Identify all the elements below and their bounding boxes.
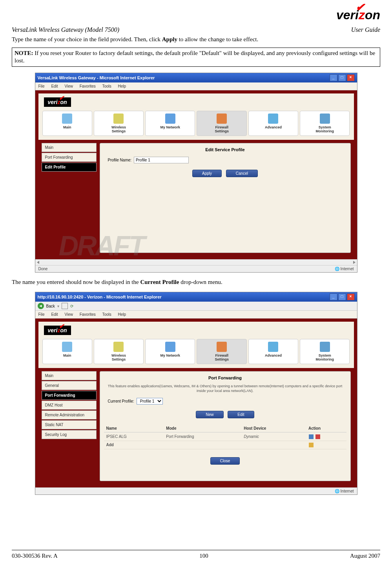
add-icon[interactable]: [309, 443, 314, 447]
browser-menubar: File Edit View Favorites Tools Help: [35, 82, 357, 90]
profile-name-label: Profile Name:: [108, 158, 132, 162]
current-profile-select[interactable]: Profile 1: [137, 398, 163, 405]
menu-view[interactable]: View: [64, 84, 73, 88]
side-securitylog[interactable]: Security Log: [42, 430, 97, 439]
menu-file[interactable]: File: [38, 312, 45, 317]
nav-advanced[interactable]: Advanced: [248, 339, 298, 364]
nav-main[interactable]: Main: [42, 339, 92, 364]
side-menu: Main General Port Forwarding DMZ Host Re…: [42, 371, 97, 481]
side-portfwd[interactable]: Port Forwarding: [42, 153, 97, 162]
close-icon[interactable]: ×: [347, 74, 355, 81]
status-internet: 🌐 Internet: [335, 267, 354, 271]
browser-menubar: File Edit View Favorites Tools Help: [35, 311, 357, 319]
nav-network[interactable]: My Network: [145, 339, 195, 364]
nav-system[interactable]: System Monitoring: [300, 339, 350, 364]
nav-network[interactable]: My Network: [145, 111, 195, 136]
brand-row: ✔verizon: [38, 93, 354, 111]
nav-wireless[interactable]: Wireless Settings: [94, 339, 144, 364]
window-titlebar: http://10.16.90.10:2420 - Verizon - Micr…: [35, 292, 357, 302]
back-label[interactable]: Back: [46, 304, 55, 308]
paragraph-1: Type the name of your choice in the fiel…: [12, 36, 380, 44]
forwarding-table: Name Mode Host Device Action IPSEC ALG P…: [104, 425, 346, 449]
side-editprofile[interactable]: Edit Profile: [42, 163, 97, 172]
doc-header: VersaLink Wireless Gateway (Model 7500) …: [12, 26, 380, 33]
current-profile-label: Current Profile:: [108, 399, 134, 403]
menu-edit[interactable]: Edit: [51, 84, 58, 88]
close-button[interactable]: Close: [210, 457, 240, 465]
menu-view[interactable]: View: [64, 312, 73, 317]
profile-name-input[interactable]: [134, 157, 189, 163]
main-nav: Main Wireless Settings My Network Firewa…: [38, 339, 354, 368]
nav-firewall[interactable]: Firewall Settings: [197, 339, 246, 364]
doc-guide: User Guide: [351, 26, 380, 33]
edit-icon[interactable]: [309, 434, 314, 439]
brand-row: ✔verizon: [38, 322, 354, 339]
cancel-button[interactable]: Cancel: [226, 170, 258, 177]
close-icon[interactable]: ×: [347, 293, 355, 300]
footer-page: 100: [199, 553, 208, 559]
edit-button[interactable]: Edit: [228, 411, 254, 418]
menu-help[interactable]: Help: [118, 312, 126, 317]
minimize-icon[interactable]: _: [330, 293, 337, 300]
screenshot-edit-profile: VersaLink Wireless Gateway - Microsoft I…: [35, 73, 357, 273]
cell-name: IPSEC ALG: [104, 432, 164, 441]
maximize-icon[interactable]: □: [338, 74, 346, 81]
menu-favorites[interactable]: Favorites: [80, 312, 96, 317]
doc-title: VersaLink Wireless Gateway (Model 7500): [12, 26, 119, 33]
side-remoteadmin[interactable]: Remote Administration: [42, 410, 97, 419]
horizontal-scrollbar[interactable]: [35, 259, 357, 265]
cell-mode: Port Forwarding: [164, 432, 241, 441]
footer-date: August 2007: [350, 553, 380, 559]
menu-help[interactable]: Help: [118, 84, 126, 88]
col-host: Host Device: [241, 425, 306, 432]
side-main[interactable]: Main: [42, 143, 97, 152]
panel-title: Edit Service Profile: [104, 147, 346, 152]
window-title: VersaLink Wireless Gateway - Microsoft I…: [38, 75, 155, 80]
menu-file[interactable]: File: [38, 84, 45, 88]
paragraph-2: The name you entered should now be displ…: [12, 278, 380, 286]
menu-edit[interactable]: Edit: [51, 312, 58, 317]
apply-button[interactable]: Apply: [192, 170, 222, 177]
col-action: Action: [306, 425, 346, 432]
panel-title: Port Forwarding: [104, 375, 346, 380]
refresh-icon[interactable]: ⟳: [70, 304, 73, 308]
stop-icon[interactable]: [62, 303, 68, 309]
back-icon[interactable]: ◄: [38, 303, 44, 309]
main-nav: Main Wireless Settings My Network Firewa…: [38, 111, 354, 140]
status-done: Done: [38, 267, 48, 271]
side-main[interactable]: Main: [42, 371, 97, 380]
doc-footer: 030-300536 Rev. A 100 August 2007: [12, 550, 380, 559]
table-row: IPSEC ALG Port Forwarding Dynamic: [104, 432, 346, 441]
status-bar: Done 🌐 Internet: [35, 265, 357, 272]
side-general[interactable]: General: [42, 381, 97, 390]
new-button[interactable]: New: [196, 411, 223, 418]
nav-firewall[interactable]: Firewall Settings: [197, 111, 246, 136]
nav-advanced[interactable]: Advanced: [248, 111, 298, 136]
screenshot-port-forwarding: http://10.16.90.10:2420 - Verizon - Micr…: [35, 292, 357, 495]
status-bar: 🌐 Internet: [35, 487, 357, 494]
nav-wireless[interactable]: Wireless Settings: [94, 111, 144, 136]
verizon-logo-top: ✔ verizon: [12, 8, 380, 22]
nav-system[interactable]: System Monitoring: [300, 111, 350, 136]
maximize-icon[interactable]: □: [338, 293, 346, 300]
side-staticnat[interactable]: Static NAT: [42, 420, 97, 429]
delete-icon[interactable]: [315, 434, 320, 439]
side-portfwd[interactable]: Port Forwarding: [42, 391, 97, 400]
window-titlebar: VersaLink Wireless Gateway - Microsoft I…: [35, 73, 357, 82]
note-box: NOTE: If you reset your Router to factor…: [12, 48, 380, 67]
port-forwarding-panel: Port Forwarding This feature enables app…: [100, 371, 351, 481]
edit-profile-panel: Edit Service Profile Profile Name: Apply…: [100, 143, 351, 253]
cell-host: Dynamic: [241, 432, 306, 441]
menu-tools[interactable]: Tools: [102, 312, 111, 317]
menu-favorites[interactable]: Favorites: [80, 84, 96, 88]
add-link[interactable]: Add: [104, 441, 164, 449]
side-menu: Main Port Forwarding Edit Profile: [42, 143, 97, 253]
minimize-icon[interactable]: _: [330, 74, 337, 81]
side-dmz[interactable]: DMZ Host: [42, 401, 97, 410]
menu-tools[interactable]: Tools: [102, 84, 111, 88]
window-title: http://10.16.90.10:2420 - Verizon - Micr…: [38, 295, 162, 299]
nav-main[interactable]: Main: [42, 111, 92, 136]
col-name: Name: [104, 425, 164, 432]
browser-toolbar: ◄ Back ▾ ⟳: [35, 302, 357, 311]
status-internet: 🌐 Internet: [335, 489, 354, 493]
